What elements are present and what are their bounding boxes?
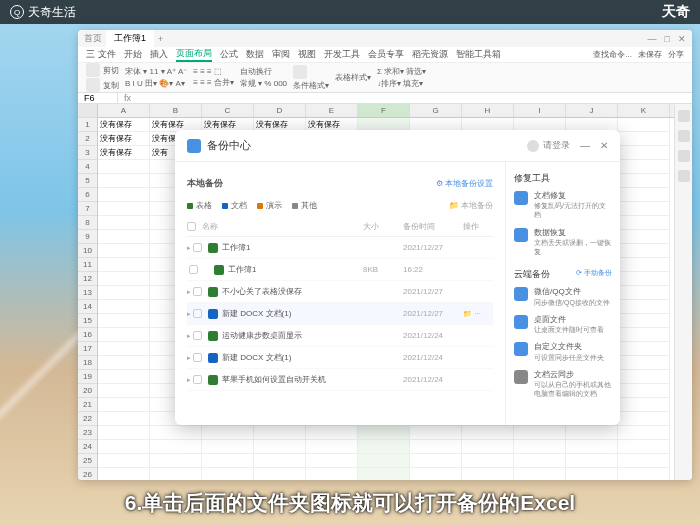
row-header[interactable]: 22 — [78, 412, 97, 426]
cell[interactable] — [306, 454, 358, 468]
cell[interactable] — [98, 314, 150, 328]
cell[interactable] — [98, 328, 150, 342]
side-tool-item[interactable]: 自定义文件夹可设置同步任意文件夹 — [514, 342, 612, 361]
select-all-checkbox[interactable] — [187, 222, 196, 231]
cell[interactable] — [618, 230, 670, 244]
cell[interactable] — [98, 230, 150, 244]
cell[interactable] — [98, 174, 150, 188]
cell[interactable] — [618, 146, 670, 160]
cell[interactable] — [618, 258, 670, 272]
ribbon-tab[interactable]: 开始 — [124, 48, 142, 61]
cell[interactable] — [98, 370, 150, 384]
cell[interactable] — [150, 468, 202, 480]
ribbon-tab[interactable]: 稻壳资源 — [412, 48, 448, 61]
manual-backup-link[interactable]: ⟳ 手动备份 — [576, 268, 612, 278]
cell[interactable] — [566, 468, 618, 480]
cell[interactable] — [150, 426, 202, 440]
cell[interactable] — [98, 384, 150, 398]
format-icon[interactable] — [293, 65, 307, 79]
row-header[interactable]: 20 — [78, 384, 97, 398]
cell[interactable] — [98, 160, 150, 174]
cell[interactable] — [410, 440, 462, 454]
col-header[interactable]: G — [410, 104, 462, 117]
cell[interactable] — [514, 440, 566, 454]
cell[interactable] — [358, 440, 410, 454]
file-row[interactable]: ▸苹果手机如何设置自动开关机2021/12/24 — [187, 369, 493, 391]
backup-settings-link[interactable]: ⚙ 本地备份设置 — [436, 178, 493, 189]
cell[interactable] — [202, 454, 254, 468]
cell[interactable] — [514, 426, 566, 440]
row-header[interactable]: 13 — [78, 286, 97, 300]
row-header[interactable]: 9 — [78, 230, 97, 244]
cell[interactable] — [618, 118, 670, 132]
ribbon-tab[interactable]: 数据 — [246, 48, 264, 61]
cell[interactable] — [98, 286, 150, 300]
cell[interactable] — [566, 440, 618, 454]
row-header[interactable]: 21 — [78, 398, 97, 412]
file-row[interactable]: 工作簿18KB16:22 — [187, 259, 493, 281]
cell[interactable] — [98, 454, 150, 468]
cell[interactable] — [254, 440, 306, 454]
panel-icon[interactable] — [678, 130, 690, 142]
ribbon-tab[interactable]: 开发工具 — [324, 48, 360, 61]
cell[interactable] — [306, 426, 358, 440]
row-header[interactable]: 6 — [78, 188, 97, 202]
workbook-tab[interactable]: 工作簿1 — [106, 30, 154, 47]
cell[interactable] — [618, 216, 670, 230]
paste-icon[interactable] — [86, 63, 100, 77]
cell[interactable] — [566, 426, 618, 440]
cell[interactable] — [618, 300, 670, 314]
row-header[interactable]: 8 — [78, 216, 97, 230]
cell[interactable] — [462, 454, 514, 468]
cell[interactable] — [98, 188, 150, 202]
ribbon-tab[interactable]: 插入 — [150, 48, 168, 61]
cell[interactable] — [358, 468, 410, 480]
cell[interactable] — [358, 426, 410, 440]
row-header[interactable]: 2 — [78, 132, 97, 146]
row-header[interactable]: 17 — [78, 342, 97, 356]
cell[interactable] — [98, 468, 150, 480]
cell[interactable] — [98, 412, 150, 426]
file-row[interactable]: ▸工作簿12021/12/27 — [187, 237, 493, 259]
cell[interactable] — [618, 174, 670, 188]
cell[interactable] — [254, 426, 306, 440]
panel-icon[interactable] — [678, 150, 690, 162]
col-header[interactable]: H — [462, 104, 514, 117]
row-header[interactable]: 4 — [78, 160, 97, 174]
cell[interactable] — [306, 468, 358, 480]
cell[interactable] — [98, 216, 150, 230]
col-header[interactable]: A — [98, 104, 150, 117]
cell[interactable] — [462, 468, 514, 480]
file-checkbox[interactable] — [189, 265, 198, 274]
ribbon-tab[interactable]: 视图 — [298, 48, 316, 61]
ribbon-tab[interactable]: 会员专享 — [368, 48, 404, 61]
cell[interactable] — [98, 244, 150, 258]
cell[interactable] — [98, 356, 150, 370]
cell[interactable] — [618, 398, 670, 412]
col-header[interactable]: K — [618, 104, 670, 117]
file-row[interactable]: ▸运动健康步数桌面显示2021/12/24 — [187, 325, 493, 347]
cell[interactable] — [150, 454, 202, 468]
cell[interactable] — [618, 370, 670, 384]
dialog-close-icon[interactable]: ✕ — [600, 140, 608, 151]
search-commands[interactable]: 查找命令... — [593, 49, 632, 60]
cell[interactable] — [358, 454, 410, 468]
col-header[interactable]: D — [254, 104, 306, 117]
cell[interactable] — [98, 440, 150, 454]
cell[interactable] — [306, 440, 358, 454]
cell[interactable] — [618, 426, 670, 440]
row-header[interactable]: 25 — [78, 454, 97, 468]
panel-icon[interactable] — [678, 110, 690, 122]
filter-chip[interactable]: 演示 — [257, 200, 282, 211]
cell[interactable] — [618, 356, 670, 370]
cell-reference[interactable]: F6 — [78, 93, 118, 103]
share-button[interactable]: 分享 — [668, 49, 684, 60]
file-row[interactable]: ▸新建 DOCX 文档(1)2021/12/24 — [187, 347, 493, 369]
file-row[interactable]: ▸新建 DOCX 文档(1)2021/12/27📁 ⋯ — [187, 303, 493, 325]
cell[interactable] — [514, 454, 566, 468]
close-icon[interactable]: ✕ — [678, 34, 686, 44]
side-tool-item[interactable]: 桌面文件让桌面文件随时可查看 — [514, 315, 612, 334]
filter-chip[interactable]: 文档 — [222, 200, 247, 211]
row-header[interactable]: 26 — [78, 468, 97, 480]
row-header[interactable]: 19 — [78, 370, 97, 384]
